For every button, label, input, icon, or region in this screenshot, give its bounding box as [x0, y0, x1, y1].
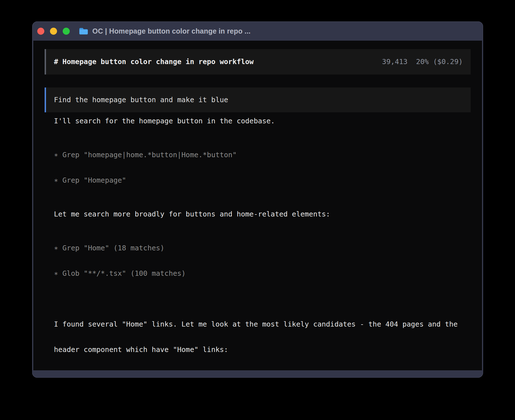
- session-title: # Homepage button color change in repo w…: [54, 58, 254, 66]
- assistant-text: I found several "Home" links. Let me loo…: [54, 303, 471, 370]
- assistant-text: Let me search more broadly for buttons a…: [54, 210, 471, 218]
- asterisk-icon: ∗: [54, 151, 58, 159]
- window-title: OC | Homepage button color change in rep…: [92, 27, 250, 35]
- titlebar[interactable]: OC | Homepage button color change in rep…: [32, 21, 483, 41]
- token-count: 39,413: [382, 58, 407, 66]
- close-button[interactable]: [37, 28, 44, 35]
- terminal-content: # Homepage button color change in repo w…: [33, 41, 482, 370]
- asterisk-icon: ∗: [54, 176, 58, 184]
- zoom-button[interactable]: [63, 28, 70, 35]
- tool-call-grep: ∗ Grep "Homepage": [54, 176, 471, 185]
- assistant-text: I'll search for the homepage button in t…: [54, 117, 471, 125]
- user-message-text: Find the homepage button and make it blu…: [54, 96, 228, 104]
- terminal-window: OC | Homepage button color change in rep…: [32, 21, 483, 378]
- tool-call-group: ∗ Grep "Home" (18 matches) ∗ Glob "**/*.…: [54, 227, 471, 295]
- minimize-button[interactable]: [50, 28, 57, 35]
- folder-icon: [79, 27, 88, 35]
- asterisk-icon: ∗: [54, 269, 58, 277]
- tool-call-glob: ∗ Glob "**/*.tsx" (100 matches): [54, 269, 471, 278]
- tool-call-grep: ∗ Grep "Home" (18 matches): [54, 244, 471, 252]
- session-stats: 39,41320% ($0.29): [382, 58, 463, 66]
- tool-call-grep: ∗ Grep "homepage|home.*button|Home.*butt…: [54, 151, 471, 159]
- user-message: Find the homepage button and make it blu…: [45, 88, 471, 112]
- tool-call-group: ∗ Grep "homepage|home.*button|Home.*butt…: [54, 134, 471, 202]
- context-cost: 20% ($0.29): [416, 58, 463, 66]
- asterisk-icon: ∗: [54, 244, 58, 252]
- session-header: # Homepage button color change in repo w…: [45, 49, 471, 75]
